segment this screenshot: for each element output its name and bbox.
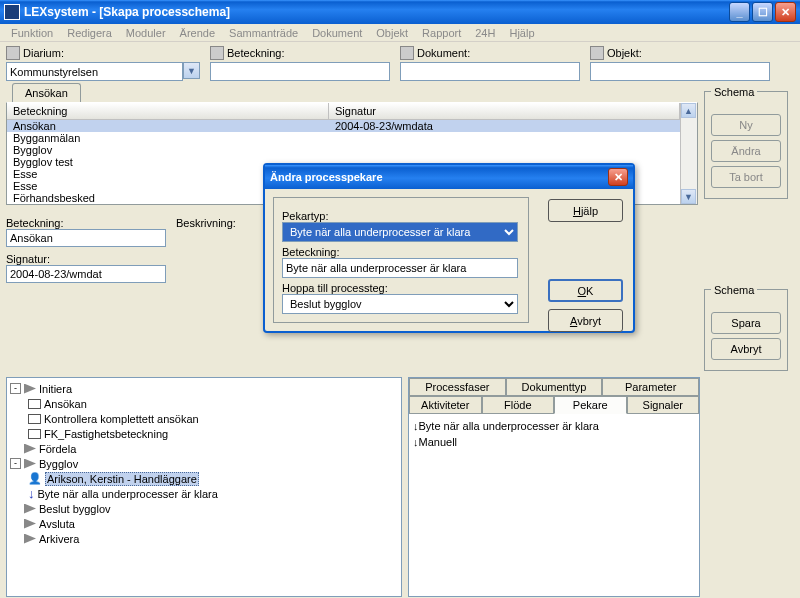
window-title: LEXsystem - [Skapa processchema]: [24, 5, 727, 19]
objekt-label: Objekt:: [607, 47, 642, 59]
dokument-icon: [400, 46, 414, 60]
dlg-beteckning-input[interactable]: [282, 258, 518, 278]
schema-ny-button[interactable]: Ny: [711, 114, 781, 136]
tree-label: Initiera: [39, 383, 72, 395]
grid-col-beteckning[interactable]: Beteckning: [7, 103, 329, 119]
tab-flode[interactable]: Flöde: [482, 396, 555, 414]
tree-expand-icon[interactable]: -: [10, 383, 21, 394]
grid-col-signatur[interactable]: Signatur: [329, 103, 680, 119]
tree-node[interactable]: Beslut bygglov: [10, 501, 398, 516]
tab-pekare[interactable]: Pekare: [554, 396, 627, 414]
menu-funktion[interactable]: Funktion: [4, 26, 60, 40]
tree-label: Avsluta: [39, 518, 75, 530]
dokument-input[interactable]: [400, 62, 580, 81]
maximize-button[interactable]: ☐: [752, 2, 773, 22]
objekt-icon: [590, 46, 604, 60]
tree-node[interactable]: Avsluta: [10, 516, 398, 531]
scroll-down-icon[interactable]: ▼: [681, 189, 696, 204]
tab-processfaser[interactable]: Processfaser: [409, 378, 506, 396]
menu-redigera[interactable]: Redigera: [60, 26, 119, 40]
tree-label: Fördela: [39, 443, 76, 455]
table-row[interactable]: Bygglov: [7, 144, 680, 156]
dlg-ok-button[interactable]: OK: [548, 279, 623, 302]
menu-rapport[interactable]: Rapport: [415, 26, 468, 40]
beteckning-icon: [210, 46, 224, 60]
tree-expand-icon[interactable]: -: [10, 458, 21, 469]
tab-row-2: Aktiviteter Flöde Pekare Signaler: [409, 396, 699, 414]
schema-bottom-title: Schema: [711, 284, 757, 296]
schema-bottom-box: Schema Spara Avbryt: [704, 289, 788, 371]
objekt-input[interactable]: [590, 62, 770, 81]
tab-aktiviteter[interactable]: Aktiviteter: [409, 396, 482, 414]
dialog-andra-processpekare: Ändra processpekare ✕ Pekartyp: Byte när…: [263, 163, 635, 333]
grid-scrollbar[interactable]: ▲ ▼: [680, 103, 697, 204]
tree-node[interactable]: Fördela: [10, 441, 398, 456]
triangle-icon: [24, 534, 36, 544]
tab-row-1: Processfaser Dokumenttyp Parameter: [409, 378, 699, 396]
triangle-icon: [24, 519, 36, 529]
menu-objekt[interactable]: Objekt: [369, 26, 415, 40]
tab-parameter[interactable]: Parameter: [602, 378, 699, 396]
dlg-hoppa-label: Hoppa till processteg:: [282, 282, 520, 294]
tabs-panel: Processfaser Dokumenttyp Parameter Aktiv…: [408, 377, 700, 597]
schema-spara-button[interactable]: Spara: [711, 312, 781, 334]
close-button[interactable]: ✕: [775, 2, 796, 22]
tree-label: Ansökan: [44, 398, 87, 410]
det-signatur-input[interactable]: [6, 265, 166, 283]
scroll-up-icon[interactable]: ▲: [681, 103, 696, 118]
tree-node[interactable]: -Initiera: [10, 381, 398, 396]
list-item[interactable]: ↓Byte när alla underprocesser är klara: [413, 418, 695, 434]
triangle-icon: [24, 504, 36, 514]
grid-header: Beteckning Signatur: [7, 103, 680, 120]
dialog-close-button[interactable]: ✕: [608, 168, 628, 186]
triangle-icon: [24, 459, 36, 469]
table-row[interactable]: Ansökan2004-08-23/wmdata: [7, 120, 680, 132]
tab-signaler[interactable]: Signaler: [627, 396, 700, 414]
menu-sammantrade[interactable]: Sammanträde: [222, 26, 305, 40]
dlg-cancel-button[interactable]: Avbryt: [548, 309, 623, 332]
tree-node[interactable]: ↓Byte när alla underprocesser är klara: [10, 486, 398, 501]
tree-node[interactable]: -Bygglov: [10, 456, 398, 471]
diarium-combo[interactable]: [6, 62, 183, 81]
top-filter-row: Diarium: ▼ Beteckning: Dokument: Objekt:: [0, 42, 800, 83]
triangle-icon: [24, 444, 36, 454]
tree-label: Beslut bygglov: [39, 503, 111, 515]
schema-top-box: Schema Ny Ändra Ta bort: [704, 91, 788, 199]
menu-bar: Funktion Redigera Moduler Ärende Sammant…: [0, 24, 800, 42]
menu-24h[interactable]: 24H: [468, 26, 502, 40]
menu-arende[interactable]: Ärende: [173, 26, 222, 40]
tree-node[interactable]: FK_Fastighetsbeteckning: [10, 426, 398, 441]
dialog-title-text: Ändra processpekare: [270, 171, 383, 183]
menu-hjalp[interactable]: Hjälp: [502, 26, 541, 40]
tree-node[interactable]: Arkivera: [10, 531, 398, 546]
list-item[interactable]: ↓Manuell: [413, 434, 695, 450]
diarium-dropdown-button[interactable]: ▼: [183, 62, 200, 79]
menu-dokument[interactable]: Dokument: [305, 26, 369, 40]
tree-node[interactable]: Ansökan: [10, 396, 398, 411]
tab-dokumenttyp[interactable]: Dokumenttyp: [506, 378, 603, 396]
dialog-titlebar[interactable]: Ändra processpekare ✕: [265, 165, 633, 189]
schema-avbryt-button[interactable]: Avbryt: [711, 338, 781, 360]
tree-node[interactable]: 👤Arikson, Kerstin - Handläggare: [10, 471, 398, 486]
tree-label: FK_Fastighetsbeteckning: [44, 428, 168, 440]
dlg-hoppa-select[interactable]: Beslut bygglov: [282, 294, 518, 314]
det-signatur-label: Signatur:: [6, 253, 166, 265]
menu-moduler[interactable]: Moduler: [119, 26, 173, 40]
schema-tabort-button[interactable]: Ta bort: [711, 166, 781, 188]
det-beteckning-input[interactable]: [6, 229, 166, 247]
diarium-label: Diarium:: [23, 47, 64, 59]
dlg-pekartyp-select[interactable]: Byte när alla underprocesser är klara: [282, 222, 518, 242]
table-row[interactable]: Bygganmälan: [7, 132, 680, 144]
schema-andra-button[interactable]: Ändra: [711, 140, 781, 162]
person-icon: 👤: [28, 472, 42, 485]
beteckning-input[interactable]: [210, 62, 390, 81]
minimize-button[interactable]: _: [729, 2, 750, 22]
list-item-label: Byte när alla underprocesser är klara: [419, 420, 599, 432]
dlg-help-button[interactable]: Hjälp: [548, 199, 623, 222]
tree-node[interactable]: Kontrollera komplettett ansökan: [10, 411, 398, 426]
triangle-icon: [24, 384, 36, 394]
dokument-label: Dokument:: [417, 47, 470, 59]
main-tab-ansokan[interactable]: Ansökan: [12, 83, 81, 102]
process-tree[interactable]: -InitieraAnsökanKontrollera komplettett …: [6, 377, 402, 597]
list-item-label: Manuell: [419, 436, 458, 448]
